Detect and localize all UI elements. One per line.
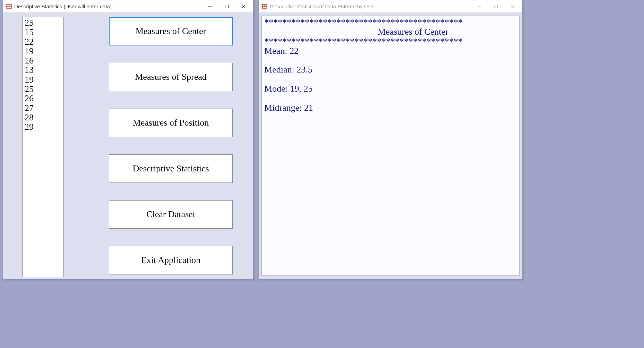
maximize-button[interactable] — [218, 1, 235, 12]
title-text-right: Descriptive Statistics of Data Entered b… — [270, 3, 471, 9]
svg-rect-3 — [7, 7, 11, 8]
list-item[interactable]: 13 — [25, 65, 61, 75]
svg-rect-11 — [263, 7, 266, 8]
titlebar-left: Descriptive Statistics (User will enter … — [3, 0, 253, 13]
titlebar-right: Descriptive Statistics of Data Entered b… — [259, 0, 522, 13]
maximize-button[interactable] — [488, 1, 504, 12]
exit-application-button[interactable]: Exit Application — [109, 246, 233, 274]
minimize-button[interactable] — [471, 1, 488, 12]
close-button[interactable] — [235, 1, 252, 12]
list-item[interactable]: 28 — [25, 113, 61, 122]
list-item[interactable]: 15 — [25, 27, 61, 37]
list-item[interactable]: 26 — [25, 94, 61, 103]
output-window: Descriptive Statistics of Data Entered b… — [258, 0, 523, 279]
svg-rect-13 — [495, 5, 498, 8]
output-textbox[interactable]: ****************************************… — [261, 16, 520, 276]
measures-of-spread-button[interactable]: Measures of Spread — [109, 63, 233, 91]
median-output: Median: 23.5 — [264, 65, 312, 75]
list-item[interactable]: 25 — [25, 18, 61, 27]
measures-of-center-button[interactable]: Measures of Center — [109, 17, 233, 45]
app-icon — [261, 3, 268, 10]
app-icon — [6, 3, 12, 10]
list-item[interactable]: 25 — [25, 84, 61, 94]
list-item[interactable]: 29 — [25, 122, 61, 131]
separator-line: ****************************************… — [264, 17, 463, 27]
minimize-button[interactable] — [202, 1, 218, 12]
data-listbox[interactable]: 251522191613192526272829 — [22, 17, 64, 277]
descriptive-statistics-button[interactable]: Descriptive Statistics — [109, 154, 233, 183]
window-controls-right — [471, 1, 521, 12]
midrange-output: Midrange: 21 — [264, 103, 313, 113]
separator-line: ****************************************… — [264, 36, 463, 46]
svg-rect-5 — [225, 5, 229, 8]
list-item[interactable]: 19 — [25, 75, 61, 84]
measures-of-position-button[interactable]: Measures of Position — [109, 109, 233, 137]
mean-output: Mean: 22 — [264, 46, 299, 56]
input-window: Descriptive Statistics (User will enter … — [3, 0, 254, 279]
title-text-left: Descriptive Statistics (User will enter … — [14, 3, 202, 9]
clear-dataset-button[interactable]: Clear Dataset — [109, 200, 233, 229]
list-item[interactable]: 16 — [25, 56, 61, 65]
close-button[interactable] — [504, 1, 521, 12]
mode-output: Mode: 19, 25 — [264, 84, 312, 94]
svg-rect-10 — [265, 5, 266, 6]
svg-rect-2 — [9, 5, 11, 6]
svg-rect-9 — [263, 5, 264, 6]
list-item[interactable]: 19 — [25, 46, 61, 56]
window-controls-left — [202, 1, 252, 12]
list-item[interactable]: 22 — [25, 37, 61, 46]
list-item[interactable]: 27 — [25, 103, 61, 113]
svg-rect-1 — [7, 5, 9, 6]
output-heading: Measures of Center — [264, 27, 517, 36]
